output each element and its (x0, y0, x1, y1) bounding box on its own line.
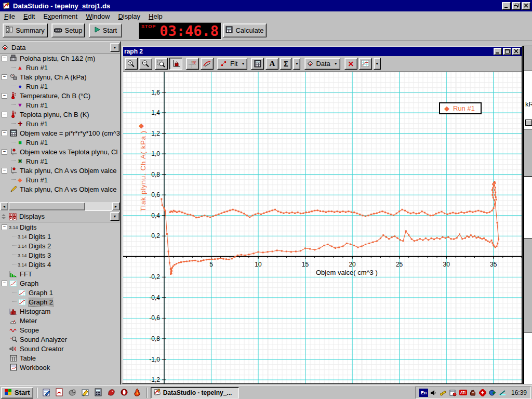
close-button[interactable] (522, 2, 530, 10)
statistics-dropdown-button[interactable]: ▼ (293, 58, 300, 70)
quicklaunch-dragon-icon[interactable] (105, 387, 117, 398)
data-panel-hscrollbar[interactable]: ◄ ► (0, 202, 120, 210)
data-source-item[interactable]: −Teplota plynu, Ch B (K) (0, 110, 120, 119)
menu-edit[interactable]: Edit (19, 12, 39, 21)
titlebar[interactable]: DataStudio - tepelny_stroj1.ds (0, 0, 532, 11)
run-item[interactable]: ▼Run #1 (0, 100, 120, 110)
data-source-item[interactable]: Tlak plynu, Ch A vs Objem valce (0, 184, 120, 194)
minimize-button[interactable] (502, 2, 511, 10)
graph-maximize-button[interactable] (503, 48, 511, 55)
statistics-button[interactable]: Σ (280, 58, 291, 70)
quicklaunch-opera-icon[interactable] (118, 387, 130, 398)
collapse-toggle[interactable]: − (2, 74, 7, 80)
collapse-toggle[interactable]: − (2, 224, 7, 230)
quicklaunch-calculator-icon[interactable] (92, 387, 104, 398)
scheduler-icon[interactable] (449, 389, 458, 397)
data-source-item[interactable]: −Tlak plynu, Ch A (kPa) (0, 72, 120, 82)
start-measurement-button[interactable]: Start (89, 23, 122, 37)
graph-settings-button[interactable] (359, 58, 372, 70)
displays-panel-dropdown-button[interactable]: ▼ (110, 212, 119, 221)
data-source-item[interactable]: −Temperature, Ch B (°C) (0, 91, 120, 100)
collapse-toggle[interactable]: − (2, 93, 7, 99)
collapse-toggle[interactable]: − (2, 112, 7, 117)
displays-panel-header[interactable]: Displays ▼ (0, 210, 120, 222)
graphics-tablet-icon[interactable] (498, 389, 507, 397)
run-item[interactable]: ●Run #1 (0, 82, 120, 91)
sync-icon[interactable] (478, 389, 487, 397)
data-source-item[interactable]: −xObjem valce vs Teplota plynu, Cl (0, 147, 120, 156)
smart-tool-button[interactable]: xy (186, 58, 199, 70)
display-item-graph-2[interactable]: Graph 2 (0, 297, 120, 307)
slope-tool-button[interactable] (201, 58, 214, 70)
collapse-toggle[interactable]: − (2, 130, 7, 136)
quicklaunch-acrobat-icon[interactable] (54, 387, 65, 398)
display-item[interactable]: Workbook (0, 363, 120, 372)
run-item[interactable]: ▲Run #1 (0, 63, 120, 72)
display-item[interactable]: −Graph (0, 278, 120, 288)
display-item-graph-1[interactable]: Graph 1 (0, 288, 120, 297)
quicklaunch-notepad-icon[interactable] (41, 387, 52, 398)
zoom-select-button[interactable] (155, 58, 168, 70)
display-item-digits-1[interactable]: 3.14Digits 1 (0, 232, 120, 241)
display-item-digits-4[interactable]: 3.14Digits 4 (0, 260, 120, 269)
run-item[interactable]: ✖Run #1 (0, 156, 120, 166)
taskbar-clock[interactable]: 16:39 (511, 389, 527, 396)
summary-button[interactable]: Summary (3, 23, 48, 37)
zoom-out-button[interactable] (139, 58, 152, 70)
scroll-thumb[interactable] (8, 202, 85, 210)
display-item[interactable]: Histogram (0, 307, 120, 316)
zoom-in-button[interactable] (125, 58, 138, 70)
collapse-toggle[interactable]: − (2, 281, 7, 286)
delete-button[interactable]: ✕ (344, 58, 357, 70)
display-item[interactable]: Meter (0, 316, 120, 325)
language-indicator[interactable]: En (419, 389, 428, 397)
run-item[interactable]: ✚Run #1 (0, 119, 120, 128)
display-item[interactable]: FFT (0, 269, 120, 278)
restore-button[interactable] (512, 2, 521, 10)
data-source-item[interactable]: −xTlak plynu, Ch A vs Objem valce (0, 166, 120, 175)
display-item-digits-3[interactable]: 3.14Digits 3 (0, 250, 120, 260)
scroll-right-button[interactable]: ► (112, 202, 120, 210)
quicklaunch-bird-icon[interactable] (66, 387, 78, 398)
run-item[interactable]: ■Run #1 (0, 138, 120, 147)
menu-display[interactable]: Display (114, 12, 144, 21)
display-item[interactable]: Sound Creator (0, 344, 120, 353)
display-item[interactable]: Table (0, 353, 120, 363)
scroll-left-button[interactable]: ◄ (0, 202, 8, 210)
graph-calculator-button[interactable] (251, 58, 264, 70)
data-panel-header[interactable]: Data ▼ (0, 42, 120, 54)
menu-window[interactable]: Window (82, 12, 114, 21)
data-panel-dropdown-button[interactable]: ▼ (110, 43, 119, 52)
network-globe-icon[interactable] (488, 389, 497, 397)
quicklaunch-flame-icon[interactable] (131, 387, 143, 398)
background-window-edge[interactable]: kR (523, 46, 532, 384)
devil-icon[interactable] (469, 389, 477, 397)
menu-experiment[interactable]: Experiment (39, 12, 82, 21)
collapse-toggle[interactable]: − (2, 56, 7, 61)
quicklaunch-paint-icon[interactable] (79, 387, 91, 398)
collapse-toggle[interactable]: − (2, 168, 7, 174)
task-button-datastudio[interactable]: DataStudio - tepelny_... (151, 387, 239, 398)
data-source-item[interactable]: −Poloha pistu, Ch 1&2 (m) (0, 54, 120, 63)
graph-close-button[interactable] (512, 48, 521, 55)
scale-to-fit-button[interactable] (169, 58, 182, 70)
start-menu-button[interactable]: Start (1, 387, 33, 398)
menu-file[interactable]: File (0, 12, 19, 21)
data-menu-button[interactable]: Data ▼ (304, 58, 340, 70)
ati-icon[interactable]: ATI (459, 389, 468, 397)
fit-menu-button[interactable]: Fit ▼ (217, 58, 247, 70)
plot-area[interactable]: 1,61,41,21,00,80,60,40,2-0,2-0,4-0,6-0,8… (123, 72, 522, 383)
display-item[interactable]: −3.14Digits (0, 222, 120, 232)
graph-settings-dropdown-button[interactable]: ▼ (374, 58, 381, 70)
legend[interactable]: ◆ Run #1 (439, 102, 482, 114)
data-source-item[interactable]: −Objem valce = pi*r*r*y*100 (cm^3 (0, 128, 120, 138)
key-icon[interactable] (439, 389, 448, 397)
calculate-button[interactable]: Calculate (223, 23, 267, 37)
display-item[interactable]: Sound Analyzer (0, 335, 120, 344)
collapse-toggle[interactable]: − (2, 149, 7, 155)
display-item[interactable]: Scope (0, 325, 120, 335)
setup-button[interactable]: Setup (51, 23, 85, 37)
volume-icon[interactable] (429, 389, 438, 397)
display-item-digits-2[interactable]: 3.14Digits 2 (0, 241, 120, 250)
text-tool-button[interactable]: A (265, 58, 278, 70)
